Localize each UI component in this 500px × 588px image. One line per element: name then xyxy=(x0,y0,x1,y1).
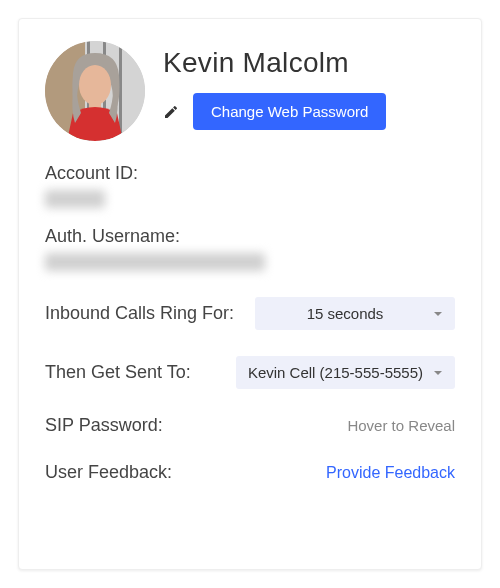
inbound-ring-label: Inbound Calls Ring For: xyxy=(45,303,234,324)
sip-password-label: SIP Password: xyxy=(45,415,163,436)
auth-username-label: Auth. Username: xyxy=(45,226,455,247)
auth-username-field: Auth. Username: xyxy=(45,226,455,271)
header-right: Kevin Malcolm Change Web Password xyxy=(163,41,455,130)
sip-password-reveal[interactable]: Hover to Reveal xyxy=(347,417,455,434)
inbound-ring-value: 15 seconds xyxy=(267,305,423,322)
avatar xyxy=(45,41,145,141)
account-id-field: Account ID: xyxy=(45,163,455,208)
card-header: Kevin Malcolm Change Web Password xyxy=(45,41,455,141)
then-sent-row: Then Get Sent To: Kevin Cell (215-555-55… xyxy=(45,356,455,389)
sip-password-row: SIP Password: Hover to Reveal xyxy=(45,415,455,436)
inbound-ring-select[interactable]: 15 seconds xyxy=(255,297,455,330)
chevron-down-icon xyxy=(433,368,443,378)
then-sent-value: Kevin Cell (215-555-5555) xyxy=(248,364,423,381)
password-row: Change Web Password xyxy=(163,93,455,130)
user-feedback-label: User Feedback: xyxy=(45,462,172,483)
edit-icon[interactable] xyxy=(163,104,179,120)
account-id-value-obscured xyxy=(45,190,105,208)
account-id-label: Account ID: xyxy=(45,163,455,184)
chevron-down-icon xyxy=(433,309,443,319)
auth-username-value-obscured xyxy=(45,253,265,271)
then-sent-label: Then Get Sent To: xyxy=(45,362,191,383)
svg-point-6 xyxy=(79,65,111,105)
then-sent-select[interactable]: Kevin Cell (215-555-5555) xyxy=(236,356,455,389)
user-account-card: Kevin Malcolm Change Web Password Accoun… xyxy=(18,18,482,570)
user-feedback-row: User Feedback: Provide Feedback xyxy=(45,462,455,483)
provide-feedback-link[interactable]: Provide Feedback xyxy=(326,464,455,482)
inbound-ring-row: Inbound Calls Ring For: 15 seconds xyxy=(45,297,455,330)
avatar-image xyxy=(45,41,145,141)
change-password-button[interactable]: Change Web Password xyxy=(193,93,386,130)
user-name: Kevin Malcolm xyxy=(163,47,455,79)
